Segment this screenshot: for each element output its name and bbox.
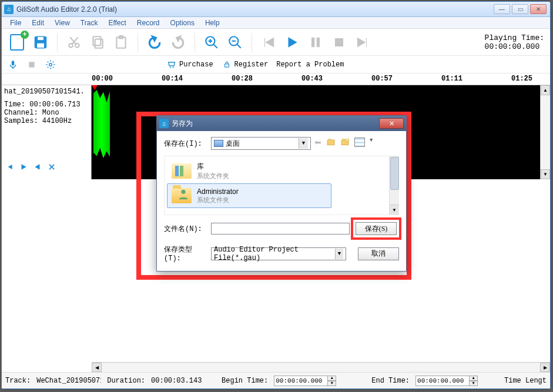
redo-button[interactable] <box>169 33 187 52</box>
menu-track[interactable]: Track <box>76 18 103 28</box>
save-button[interactable] <box>31 33 50 52</box>
nav-up-icon[interactable] <box>326 138 336 149</box>
begin-time-field[interactable] <box>274 376 328 386</box>
copy-button[interactable] <box>88 33 107 52</box>
scroll-down-icon[interactable]: ▼ <box>390 205 399 215</box>
menubar: File Edit View Track Effect Record Optio… <box>2 17 550 29</box>
view-mode-icon[interactable] <box>354 138 365 147</box>
zoom-out-button[interactable] <box>226 33 244 52</box>
undo-button[interactable] <box>145 33 164 52</box>
playhead-marker[interactable] <box>92 85 98 90</box>
track-info-panel: hat_20190507101541. Time: 00:00:06.713 C… <box>2 85 92 179</box>
save-button[interactable]: 保存(S) <box>356 222 397 235</box>
library-icon <box>172 163 192 179</box>
item-sub: 系统文件夹 <box>197 196 239 205</box>
skip-end-button[interactable] <box>353 33 372 52</box>
svg-rect-6 <box>95 39 103 48</box>
desktop-icon <box>214 140 223 147</box>
status-track-value: WeChat_20190507101541 <box>36 377 101 385</box>
settings-button[interactable] <box>45 59 56 70</box>
status-length-label: Time Lengt <box>504 377 547 385</box>
list-item[interactable]: Administrator 系统文件夹 <box>167 183 331 208</box>
list-item[interactable]: 库 系统文件夹 <box>167 159 397 183</box>
menu-options[interactable]: Options <box>166 18 199 28</box>
scroll-left-icon[interactable]: ◀ <box>92 363 102 372</box>
minimize-button[interactable]: — <box>494 4 510 14</box>
dialog-titlebar: ♫ 另存为 ✕ <box>157 116 406 131</box>
track-controls <box>4 162 57 172</box>
vertical-scrollbar[interactable]: ▲ ▼ <box>540 85 550 179</box>
maximize-button[interactable]: ▭ <box>512 4 528 14</box>
spin-up-icon[interactable]: ▲ <box>327 376 336 381</box>
end-time-field[interactable] <box>415 376 470 386</box>
track-samples: Samples: 44100Hz <box>4 117 89 125</box>
spin-up-icon[interactable]: ▲ <box>469 376 478 381</box>
horizontal-scrollbar[interactable]: ◀ ▶ <box>92 362 550 372</box>
time-ruler[interactable]: 00:00 00:14 00:28 00:43 00:57 01:11 01:2… <box>2 73 550 85</box>
track-delete-button[interactable] <box>46 162 57 172</box>
menu-edit[interactable]: Edit <box>27 18 49 28</box>
menu-file[interactable]: File <box>5 18 26 28</box>
scroll-right-icon[interactable]: ▶ <box>540 363 550 372</box>
track-name: hat_20190507101541. <box>4 88 89 96</box>
item-name: 库 <box>197 162 229 172</box>
save-as-dialog: ♫ 另存为 ✕ 保存在(I): 桌面 ▼ ⬅ ▼ 库 系统文件夹 <box>156 115 407 272</box>
dialog-close-button[interactable]: ✕ <box>379 118 404 129</box>
statusbar: Track: WeChat_20190507101541 Duration: 0… <box>2 372 550 388</box>
scroll-down-icon[interactable]: ▼ <box>541 169 550 179</box>
paste-button[interactable] <box>112 33 130 52</box>
filelist-scrollbar[interactable]: ▼ <box>389 156 399 215</box>
chevron-down-icon[interactable]: ▼ <box>299 138 308 149</box>
stop-rec-button[interactable] <box>26 59 37 70</box>
cut-button[interactable] <box>65 33 83 52</box>
ruler-tick: 00:14 <box>162 75 183 83</box>
filename-label: 文件名(N): <box>164 224 207 234</box>
svg-rect-15 <box>29 62 34 67</box>
nav-back-icon[interactable]: ⬅ <box>314 138 321 149</box>
save-in-select[interactable]: 桌面 ▼ <box>211 137 311 150</box>
file-list[interactable]: 库 系统文件夹 Administrator 系统文件夹 ▼ <box>164 156 399 215</box>
playing-time: Playing Time: 00:00:00.000 <box>485 33 544 51</box>
waveform-graphic <box>93 90 110 158</box>
track-back-button[interactable] <box>32 162 43 172</box>
filetype-label: 保存类型(T): <box>164 244 207 263</box>
svg-rect-13 <box>336 38 343 46</box>
spin-down-icon[interactable]: ▼ <box>327 381 336 386</box>
track-prev-button[interactable] <box>4 162 15 172</box>
chevron-down-icon[interactable]: ▼ <box>335 249 343 259</box>
register-link[interactable]: Register <box>222 59 269 70</box>
close-button[interactable]: ✕ <box>530 4 547 14</box>
track-play-button[interactable] <box>18 162 29 172</box>
mic-button[interactable] <box>8 59 18 70</box>
filetype-select[interactable]: Audio Editor Project File(*.gau) ▼ <box>211 247 346 260</box>
zoom-in-button[interactable] <box>202 33 221 52</box>
skip-start-button[interactable] <box>259 33 278 52</box>
report-link[interactable]: Report a Problem <box>276 61 344 69</box>
menu-view[interactable]: View <box>50 18 75 28</box>
cancel-button[interactable]: 取消 <box>358 247 399 260</box>
scroll-thumb[interactable] <box>390 157 399 190</box>
playing-time-label: Playing Time: <box>485 33 544 42</box>
item-sub: 系统文件夹 <box>197 172 229 180</box>
scroll-track[interactable] <box>541 95 550 169</box>
save-button-highlight: 保存(S) <box>351 217 401 240</box>
scroll-up-icon[interactable]: ▲ <box>541 85 550 95</box>
view-chevron-icon[interactable]: ▼ <box>370 138 373 149</box>
spin-down-icon[interactable]: ▼ <box>469 381 478 386</box>
begin-time-input[interactable]: ▲▼ <box>274 376 336 386</box>
end-time-input[interactable]: ▲▼ <box>415 376 478 386</box>
pause-button[interactable] <box>306 33 325 52</box>
play-button[interactable] <box>283 33 301 52</box>
menu-help[interactable]: Help <box>200 18 224 28</box>
menu-effect[interactable]: Effect <box>103 18 130 28</box>
purchase-link[interactable]: Purchase <box>166 59 213 70</box>
stop-button[interactable] <box>330 33 348 52</box>
nav-newfolder-icon[interactable] <box>340 138 350 149</box>
channel-letter: L <box>82 126 86 135</box>
menu-record[interactable]: Record <box>132 18 165 28</box>
filename-input[interactable] <box>211 223 350 234</box>
window-title: GiliSoft Audio Editor 2.2.0 (Trial) <box>16 5 494 14</box>
separator <box>57 33 58 52</box>
new-button[interactable] <box>8 33 26 52</box>
scroll-track[interactable] <box>102 363 540 372</box>
